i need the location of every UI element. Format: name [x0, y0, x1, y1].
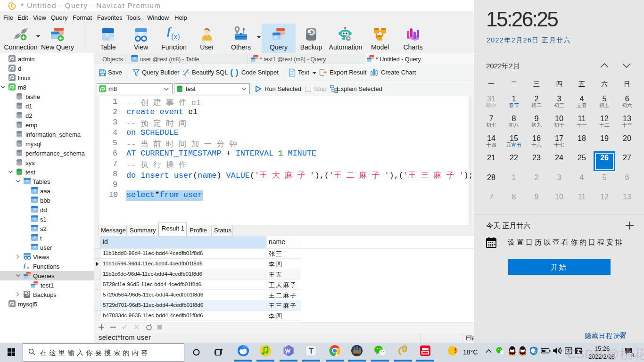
- svg-text:x: x: [27, 266, 29, 270]
- svg-text:(x): (x): [171, 33, 180, 41]
- svg-text:f: f: [24, 263, 26, 269]
